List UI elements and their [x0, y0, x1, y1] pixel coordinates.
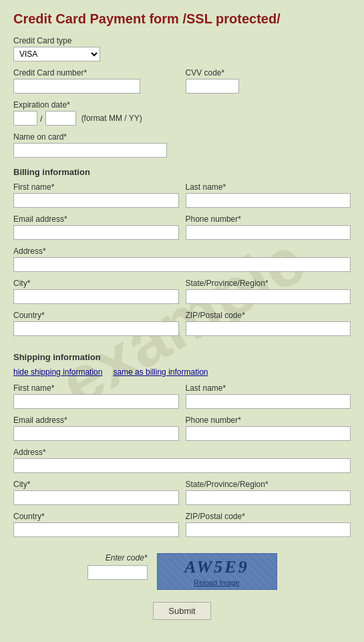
- shipping-email-group: Email address*: [13, 416, 179, 441]
- cc-number-group: Credit Card number*: [13, 68, 179, 94]
- billing-address-group: Address*: [13, 247, 351, 272]
- expiry-mm-input[interactable]: [13, 111, 37, 126]
- billing-zip-col: ZIP/Postal code*: [186, 311, 351, 343]
- shipping-city-group: City*: [13, 480, 179, 505]
- shipping-address-input[interactable]: [13, 458, 351, 473]
- billing-name-row: First name* Last name*: [13, 182, 351, 214]
- shipping-city-state-row: City* State/Province/Region*: [13, 480, 351, 512]
- shipping-first-input[interactable]: [13, 394, 179, 409]
- billing-last-col: Last name*: [186, 182, 351, 214]
- shipping-country-group: Country*: [13, 512, 179, 537]
- shipping-first-label: First name*: [13, 383, 179, 393]
- same-as-billing-link[interactable]: same as billing information: [113, 367, 208, 377]
- billing-city-state-row: City* State/Province/Region*: [13, 279, 351, 311]
- billing-country-input[interactable]: [13, 321, 179, 336]
- captcha-code: AW5E9: [184, 557, 248, 577]
- card-type-group: Credit Card type VISA MasterCard Amex Di…: [13, 36, 351, 61]
- cc-number-col: Credit Card number*: [13, 68, 179, 100]
- page-wrapper: example Credit Card Payment form /SSL pr…: [0, 0, 364, 642]
- billing-city-input[interactable]: [13, 289, 179, 304]
- shipping-country-col: Country*: [13, 512, 179, 544]
- shipping-last-col: Last name*: [186, 383, 351, 416]
- content: Credit Card Payment form /SSL protected/…: [13, 11, 351, 620]
- cc-number-label: Credit Card number*: [13, 68, 179, 77]
- shipping-state-group: State/Province/Region*: [186, 480, 351, 505]
- billing-zip-label: ZIP/Postal code*: [186, 311, 351, 320]
- billing-zip-group: ZIP/Postal code*: [186, 311, 351, 336]
- billing-first-col: First name*: [13, 182, 179, 214]
- captcha-label-group: Enter code*: [87, 553, 148, 580]
- shipping-phone-input[interactable]: [186, 426, 351, 441]
- cvv-label: CVV code*: [186, 68, 351, 77]
- cc-number-input[interactable]: [13, 79, 140, 94]
- name-card-label: Name on card*: [13, 132, 351, 142]
- expiry-separator: /: [40, 114, 43, 124]
- billing-state-input[interactable]: [186, 289, 351, 304]
- shipping-first-group: First name*: [13, 383, 179, 409]
- shipping-address-group: Address*: [13, 448, 351, 473]
- shipping-first-col: First name*: [13, 383, 179, 416]
- billing-phone-label: Phone number*: [186, 214, 351, 224]
- billing-country-label: Country*: [13, 311, 179, 320]
- submit-row: Submit: [13, 602, 351, 620]
- card-type-select[interactable]: VISA MasterCard Amex Discover: [13, 47, 100, 61]
- shipping-city-input[interactable]: [13, 490, 179, 505]
- billing-phone-col: Phone number*: [186, 214, 351, 247]
- cvv-col: CVV code*: [186, 68, 351, 100]
- billing-phone-input[interactable]: [186, 225, 351, 240]
- shipping-last-group: Last name*: [186, 383, 351, 409]
- billing-last-input[interactable]: [186, 193, 351, 208]
- billing-first-group: First name*: [13, 182, 179, 208]
- name-card-input[interactable]: [13, 143, 167, 158]
- captcha-input[interactable]: [87, 565, 148, 580]
- shipping-zip-input[interactable]: [186, 522, 351, 537]
- hide-shipping-link[interactable]: hide shipping information: [13, 367, 102, 377]
- expiry-label: Expiration date*: [13, 100, 351, 110]
- captcha-label: Enter code*: [106, 553, 148, 563]
- billing-zip-input[interactable]: [186, 321, 351, 336]
- cvv-input[interactable]: [186, 79, 239, 94]
- shipping-section-title: Shipping information: [13, 352, 351, 362]
- billing-state-group: State/Province/Region*: [186, 279, 351, 304]
- billing-email-group: Email address*: [13, 214, 179, 240]
- billing-last-label: Last name*: [186, 182, 351, 192]
- shipping-last-input[interactable]: [186, 394, 351, 409]
- shipping-address-label: Address*: [13, 448, 351, 457]
- shipping-country-input[interactable]: [13, 522, 179, 537]
- billing-city-group: City*: [13, 279, 179, 304]
- billing-email-input[interactable]: [13, 225, 179, 240]
- shipping-state-input[interactable]: [186, 490, 351, 505]
- shipping-city-col: City*: [13, 480, 179, 512]
- billing-first-input[interactable]: [13, 193, 179, 208]
- billing-address-input[interactable]: [13, 257, 351, 272]
- expiry-yy-input[interactable]: [45, 111, 76, 126]
- billing-section-title: Billing information: [13, 167, 351, 177]
- expiry-format: (format MM / YY): [81, 114, 142, 123]
- shipping-phone-group: Phone number*: [186, 416, 351, 441]
- billing-email-phone-row: Email address* Phone number*: [13, 214, 351, 247]
- name-card-group: Name on card*: [13, 132, 351, 158]
- shipping-state-label: State/Province/Region*: [186, 480, 351, 489]
- expiry-group: Expiration date* / (format MM / YY): [13, 100, 351, 126]
- billing-last-group: Last name*: [186, 182, 351, 208]
- shipping-email-input[interactable]: [13, 426, 179, 441]
- card-type-label: Credit Card type: [13, 36, 351, 45]
- cvv-group: CVV code*: [186, 68, 351, 94]
- billing-city-col: City*: [13, 279, 179, 311]
- shipping-country-label: Country*: [13, 512, 179, 521]
- captcha-image-box: AW5E9 Reload Image: [157, 553, 277, 590]
- shipping-zip-label: ZIP/Postal code*: [186, 512, 351, 521]
- shipping-country-zip-row: Country* ZIP/Postal code*: [13, 512, 351, 544]
- shipping-city-label: City*: [13, 480, 179, 489]
- shipping-state-col: State/Province/Region*: [186, 480, 351, 512]
- shipping-name-row: First name* Last name*: [13, 383, 351, 416]
- cc-number-cvv-row: Credit Card number* CVV code*: [13, 68, 351, 100]
- billing-state-col: State/Province/Region*: [186, 279, 351, 311]
- billing-first-label: First name*: [13, 182, 179, 192]
- submit-button[interactable]: Submit: [153, 602, 210, 620]
- captcha-reload-link[interactable]: Reload Image: [194, 579, 240, 587]
- shipping-email-col: Email address*: [13, 416, 179, 448]
- billing-address-label: Address*: [13, 247, 351, 256]
- billing-country-col: Country*: [13, 311, 179, 343]
- shipping-last-label: Last name*: [186, 383, 351, 393]
